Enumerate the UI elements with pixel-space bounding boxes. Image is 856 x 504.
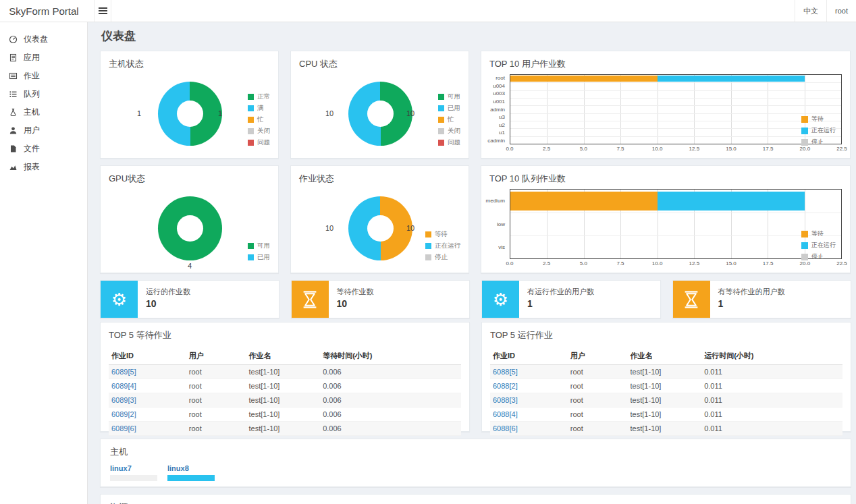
gridline bbox=[510, 82, 841, 83]
topbar: SkyForm Portal 中文 root bbox=[0, 0, 856, 22]
stat-body: 等待作业数10 bbox=[329, 281, 374, 318]
host-icon bbox=[9, 108, 18, 117]
host-usage-bar bbox=[110, 475, 157, 481]
sidebar-item-4[interactable]: 队列 bbox=[0, 85, 87, 103]
table-cell: 0.011 bbox=[701, 408, 842, 422]
sidebar-toggle-button[interactable] bbox=[94, 0, 111, 22]
x-tick-label: 20.0 bbox=[800, 260, 811, 267]
gridline bbox=[510, 136, 841, 137]
legend-swatch bbox=[801, 254, 808, 260]
job-id-link[interactable]: 6089[5] bbox=[109, 365, 186, 379]
bar-x-axis: 0.02.55.07.510.012.515.017.520.022.5 bbox=[510, 260, 842, 269]
table-cell: 0.011 bbox=[701, 365, 842, 379]
table-cell: test[1-10] bbox=[628, 393, 702, 408]
gridline bbox=[510, 213, 841, 213]
job-id-link[interactable]: 6089[6] bbox=[109, 422, 186, 436]
bar-category-label: u001 bbox=[481, 98, 507, 106]
table-cell: root bbox=[186, 379, 246, 393]
sidebar-item-label: 主机 bbox=[24, 107, 40, 118]
table-header-cell: 运行时间(小时) bbox=[701, 348, 842, 365]
job-id-link[interactable]: 6088[4] bbox=[490, 408, 568, 422]
language-switch[interactable]: 中文 bbox=[795, 0, 826, 22]
table-header-cell: 作业名 bbox=[246, 348, 321, 365]
legend-swatch bbox=[425, 243, 431, 249]
legend-row: 问题 bbox=[438, 138, 460, 147]
bar-chart-card-2: TOP 10 队列作业数mediumlowvis等待正在运行停止0.02.55.… bbox=[481, 165, 851, 273]
job-id-link[interactable]: 6088[5] bbox=[490, 365, 568, 379]
table-cell: test[1-10] bbox=[246, 393, 321, 408]
bar-category-label: medium bbox=[481, 189, 507, 213]
host-item-linux8[interactable]: linux8 bbox=[167, 464, 215, 481]
legend-label: 满 bbox=[257, 104, 264, 113]
x-tick-label: 5.0 bbox=[580, 260, 587, 267]
gear-icon-box: ⚙ bbox=[482, 281, 519, 318]
job-id-link[interactable]: 6088[6] bbox=[490, 422, 568, 436]
hamburger-icon bbox=[99, 7, 107, 9]
donut-chart bbox=[158, 196, 222, 260]
x-tick-label: 7.5 bbox=[616, 260, 624, 267]
job-id-link[interactable]: 6089[4] bbox=[109, 379, 186, 393]
stat-body: 运行的作业数10 bbox=[138, 281, 190, 318]
job-id-link[interactable]: 6088[2] bbox=[490, 379, 568, 393]
gridline bbox=[510, 128, 841, 129]
sidebar-item-5[interactable]: 主机 bbox=[0, 103, 87, 121]
legend-label: 等待 bbox=[811, 229, 824, 238]
legend-row: 忙 bbox=[438, 115, 460, 124]
stat-body: 有等待作业的用户数1 bbox=[710, 281, 785, 318]
legend-row: 停止 bbox=[425, 253, 460, 262]
legend-label: 已用 bbox=[448, 104, 460, 113]
donut-card-title: GPU状态 bbox=[109, 173, 145, 185]
x-tick-label: 10.0 bbox=[652, 146, 663, 152]
legend-label: 关闭 bbox=[257, 127, 270, 136]
stacked-bar-root bbox=[510, 76, 805, 82]
sidebar-item-8[interactable]: 报表 bbox=[0, 158, 87, 176]
legend-row: 等待 bbox=[801, 229, 836, 238]
job-id-link[interactable]: 6089[2] bbox=[109, 408, 186, 422]
stat-label: 有等待作业的用户数 bbox=[718, 287, 785, 297]
legend-label: 正在运行 bbox=[811, 241, 836, 250]
legend-swatch bbox=[248, 105, 254, 111]
charts-row-1: 主机状态11正常满忙关闭问题CPU 状态1010可用已用忙关闭问题TOP 10 … bbox=[100, 51, 851, 159]
sidebar-item-7[interactable]: 文件 bbox=[0, 140, 87, 158]
legend-swatch bbox=[801, 116, 808, 123]
jobs-icon bbox=[9, 72, 18, 80]
bar-category-label: vis bbox=[481, 235, 507, 259]
sidebar-item-2[interactable]: 应用 bbox=[0, 49, 87, 67]
legend-swatch bbox=[248, 128, 254, 134]
bar-segment-等待 bbox=[510, 192, 658, 210]
host-name-link[interactable]: linux7 bbox=[110, 464, 157, 472]
x-tick-label: 2.5 bbox=[543, 146, 550, 152]
host-name-link[interactable]: linux8 bbox=[167, 464, 215, 472]
job-id-link[interactable]: 6088[3] bbox=[490, 393, 568, 408]
stat-label: 运行的作业数 bbox=[146, 287, 190, 297]
queue-icon bbox=[9, 90, 18, 99]
table-cell: 0.006 bbox=[320, 365, 461, 379]
legend-swatch bbox=[248, 94, 254, 100]
table-cell: test[1-10] bbox=[628, 379, 702, 393]
table-cell: root bbox=[186, 408, 246, 422]
resources-card: 资源 bbox=[100, 494, 851, 504]
host-usage-bar bbox=[167, 475, 215, 481]
table-cell: root bbox=[568, 393, 628, 408]
gridline bbox=[510, 113, 841, 114]
hourglass-icon bbox=[681, 289, 701, 310]
table-header-cell: 等待时间(小时) bbox=[320, 348, 461, 365]
donut-legend: 等待正在运行停止 bbox=[425, 227, 460, 262]
host-item-linux7[interactable]: linux7 bbox=[110, 464, 157, 481]
donut-legend: 正常满忙关闭问题 bbox=[248, 90, 270, 147]
sidebar-item-1[interactable]: 仪表盘 bbox=[0, 30, 87, 49]
user-menu[interactable]: root bbox=[826, 0, 856, 22]
sidebar-item-6[interactable]: 用户 bbox=[0, 121, 87, 140]
legend-row: 满 bbox=[248, 104, 270, 113]
table-row: 6088[2]roottest[1-10]0.011 bbox=[490, 379, 842, 393]
bar-category-label: u2 bbox=[481, 121, 507, 129]
legend-swatch bbox=[438, 94, 444, 100]
job-id-link[interactable]: 6089[3] bbox=[109, 393, 186, 408]
x-tick-label: 0.0 bbox=[506, 146, 513, 152]
sidebar-item-3[interactable]: 作业 bbox=[0, 67, 87, 85]
legend-label: 停止 bbox=[435, 253, 448, 262]
table-cell: root bbox=[186, 365, 246, 379]
legend-label: 问题 bbox=[448, 138, 460, 147]
donut-right-value: 10 bbox=[400, 109, 421, 117]
bar-category-label: admin bbox=[481, 105, 507, 113]
